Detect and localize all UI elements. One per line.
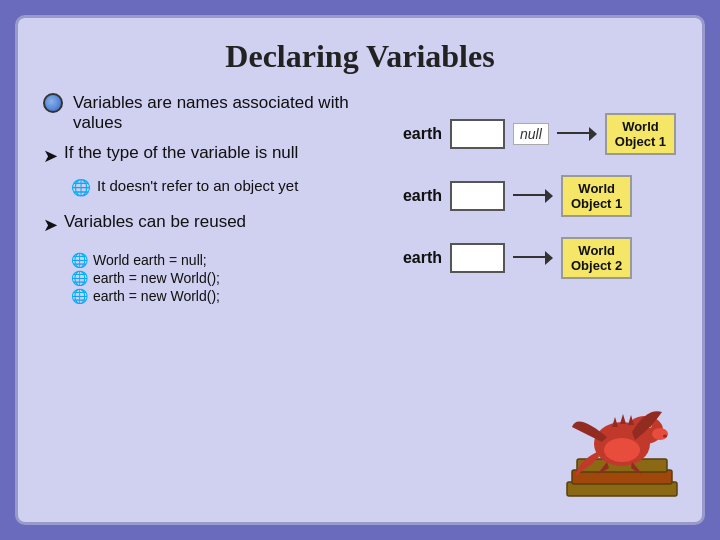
var-box-3 (450, 243, 505, 273)
bullet-reused-text: Variables can be reused (64, 212, 246, 232)
svg-marker-11 (620, 414, 626, 424)
svg-point-5 (652, 428, 668, 440)
code-line-2: 🌐 earth = new World(); (71, 270, 387, 286)
diagram: earth null WorldObject 1 earth WorldObje… (397, 113, 677, 279)
arrow-icon-2: ➤ (43, 214, 58, 236)
bullet-null-text: If the type of the variable is null (64, 143, 298, 163)
diagram-row-2: earth WorldObject 1 (397, 175, 677, 217)
world-box-1: WorldObject 1 (605, 113, 676, 155)
world-box-2: WorldObject 1 (561, 175, 632, 217)
bullet-null-type: ➤ If the type of the variable is null (43, 143, 387, 167)
code-text-3: earth = new World(); (93, 288, 220, 304)
diagram-row-1: earth null WorldObject 1 (397, 113, 677, 155)
code-line-3: 🌐 earth = new World(); (71, 288, 387, 304)
left-panel: Variables are names associated with valu… (43, 93, 387, 502)
null-label: null (513, 123, 549, 145)
dragon-decoration (557, 392, 687, 512)
svg-marker-10 (612, 417, 618, 427)
globe-icon-3: 🌐 (71, 252, 88, 268)
svg-point-8 (663, 435, 667, 438)
globe-icon-5: 🌐 (71, 288, 88, 304)
code-text-2: earth = new World(); (93, 270, 220, 286)
globe-icon-4: 🌐 (71, 270, 88, 286)
slide: Declaring Variables Variables are names … (15, 15, 705, 525)
code-line-1: 🌐 World earth = null; (71, 252, 387, 268)
arrow-2 (513, 189, 553, 203)
bullet-variables-text: Variables are names associated with valu… (73, 93, 387, 133)
globe-icon-2: 🌐 (71, 178, 91, 197)
dragon-svg (557, 392, 687, 512)
var-label-1: earth (397, 125, 442, 143)
bullet-reused: ➤ Variables can be reused (43, 212, 387, 236)
code-block: 🌐 World earth = null; 🌐 earth = new Worl… (71, 252, 387, 304)
var-label-2: earth (397, 187, 442, 205)
var-label-3: earth (397, 249, 442, 267)
bullet-no-object-text: It doesn't refer to an object yet (97, 177, 298, 194)
arrow-1 (557, 127, 597, 141)
var-box-1 (450, 119, 505, 149)
bullet-variables-intro: Variables are names associated with valu… (43, 93, 387, 133)
diagram-row-3: earth WorldObject 2 (397, 237, 677, 279)
code-text-1: World earth = null; (93, 252, 207, 268)
globe-icon-1 (43, 93, 63, 113)
slide-title: Declaring Variables (43, 38, 677, 75)
world-box-3: WorldObject 2 (561, 237, 632, 279)
arrow-3 (513, 251, 553, 265)
bullet-no-object: 🌐 It doesn't refer to an object yet (71, 177, 387, 197)
svg-point-9 (604, 438, 640, 462)
arrow-icon-1: ➤ (43, 145, 58, 167)
var-box-2 (450, 181, 505, 211)
